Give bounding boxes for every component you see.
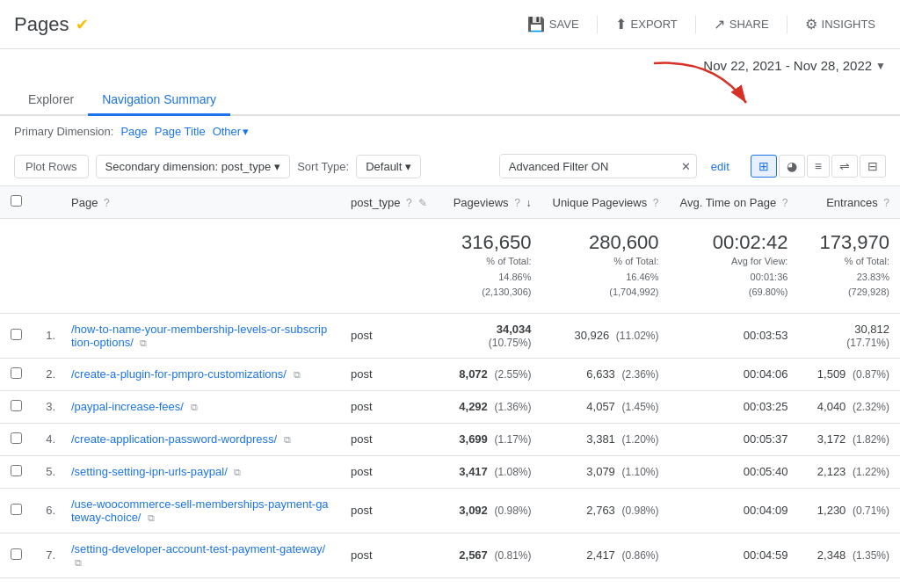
- page-link[interactable]: /use-woocommerce-sell-memberships-paymen…: [71, 497, 329, 524]
- row-checkbox[interactable]: [11, 504, 22, 515]
- copy-icon[interactable]: ⧉: [75, 557, 82, 568]
- list-view-button[interactable]: ≡: [807, 155, 830, 178]
- row-entrances: 2,123 (1.22%): [798, 455, 900, 488]
- row-unique-pageviews: 2,417 (0.86%): [542, 533, 670, 577]
- help-icon: ?: [883, 197, 889, 209]
- date-range[interactable]: Nov 22, 2021 - Nov 28, 2022 ▼: [703, 58, 886, 73]
- page-link[interactable]: /create-application-password-wordpress/: [71, 432, 277, 446]
- row-page: /create-application-password-wordpress/ …: [61, 423, 340, 455]
- page-link[interactable]: /how-to-name-your-membership-levels-or-s…: [71, 323, 327, 349]
- row-checkbox[interactable]: [11, 400, 22, 411]
- row-pageviews: 2,567 (0.81%): [438, 533, 541, 577]
- page-link[interactable]: /create-a-plugin-for-pmpro-customization…: [71, 367, 287, 381]
- page-link[interactable]: /setting-setting-ipn-urls-paypal/: [71, 465, 228, 478]
- row-checkbox[interactable]: [11, 432, 22, 444]
- row-post-type: post: [340, 423, 438, 455]
- filter-box: ✕: [499, 154, 697, 178]
- tabs-bar: Explorer Navigation Summary: [0, 85, 900, 116]
- table-header-row: Page ? post_type ? ✎ Pageviews ? ↓ Uniqu…: [0, 186, 900, 219]
- row-entrances: 3,172 (1.82%): [798, 423, 900, 455]
- table-row: 4. /create-application-password-wordpres…: [0, 423, 900, 455]
- chevron-down-icon: ▾: [243, 125, 249, 138]
- comparison-view-button[interactable]: ⇌: [831, 155, 858, 178]
- header-left: Pages ✔: [14, 13, 89, 36]
- chevron-down-icon: ▾: [405, 160, 411, 173]
- filter-input[interactable]: [500, 156, 676, 178]
- page-title: Pages: [14, 13, 69, 36]
- insights-icon: ⚙: [805, 16, 817, 33]
- row-number: 6.: [33, 488, 61, 533]
- row-checkbox-cell: [0, 488, 33, 533]
- help-icon: ?: [406, 197, 412, 209]
- row-number: 3.: [33, 390, 61, 423]
- row-number: 2.: [33, 358, 61, 390]
- filter-edit-link[interactable]: edit: [704, 156, 737, 178]
- table-row: 6. /use-woocommerce-sell-memberships-pay…: [0, 488, 900, 533]
- row-pageviews: 3,092 (0.98%): [438, 488, 541, 533]
- row-pageviews: 3,417 (1.08%): [438, 455, 541, 488]
- share-button[interactable]: ↗ SHARE: [703, 11, 780, 38]
- copy-icon[interactable]: ⧉: [148, 512, 155, 523]
- dimension-other-dropdown[interactable]: Other ▾: [213, 125, 250, 138]
- dimension-page-title[interactable]: Page Title: [155, 125, 206, 138]
- row-checkbox-cell: [0, 390, 33, 423]
- export-button[interactable]: ⬆ EXPORT: [605, 11, 688, 38]
- copy-icon[interactable]: ⧉: [294, 369, 301, 380]
- view-toggle-buttons: ⊞ ◕ ≡ ⇌ ⊟: [751, 155, 886, 178]
- copy-icon[interactable]: ⧉: [140, 338, 147, 348]
- row-entrances: 2,348 (1.35%): [798, 533, 900, 577]
- row-number: 5.: [33, 455, 61, 488]
- row-avg-time: 00:04:59: [670, 533, 799, 577]
- filter-clear-button[interactable]: ✕: [676, 155, 696, 178]
- row-number: 4.: [33, 423, 61, 455]
- row-checkbox-cell: [0, 533, 33, 577]
- row-page: /setting-setting-ipn-urls-paypal/ ⧉: [61, 455, 340, 488]
- page-link[interactable]: /setting-developer-account-test-payment-…: [71, 542, 325, 555]
- row-checkbox[interactable]: [11, 329, 22, 340]
- row-unique-pageviews: 4,057 (1.45%): [542, 390, 670, 423]
- row-unique-pageviews: 30,926 (11.02%): [542, 313, 670, 358]
- row-unique-pageviews: 6,633 (2.36%): [542, 358, 670, 390]
- help-icon: ?: [514, 197, 520, 209]
- insights-button[interactable]: ⚙ INSIGHTS: [795, 11, 886, 38]
- row-post-type: post: [340, 533, 438, 577]
- header-post-type: post_type ? ✎: [340, 186, 438, 219]
- divider: [597, 16, 598, 33]
- row-checkbox[interactable]: [11, 548, 22, 560]
- close-icon: ✕: [681, 160, 691, 173]
- grid-view-button[interactable]: ⊞: [751, 155, 777, 178]
- save-button[interactable]: 💾 SAVE: [517, 11, 590, 38]
- page-link[interactable]: /paypal-increase-fees/: [71, 400, 184, 413]
- row-avg-time: 00:05:37: [670, 423, 799, 455]
- row-entrances: 1,230 (0.71%): [798, 488, 900, 533]
- row-checkbox[interactable]: [11, 367, 22, 379]
- row-unique-pageviews: 3,079 (1.10%): [542, 455, 670, 488]
- sort-desc-icon: ↓: [526, 197, 532, 209]
- copy-icon[interactable]: ⧉: [191, 402, 198, 412]
- select-all-checkbox[interactable]: [11, 195, 22, 207]
- pie-view-button[interactable]: ◕: [779, 155, 805, 178]
- row-entrances: 1,509 (0.87%): [798, 358, 900, 390]
- row-checkbox-cell: [0, 455, 33, 488]
- row-page: /use-woocommerce-sell-memberships-paymen…: [61, 488, 340, 533]
- secondary-dimension-button[interactable]: Secondary dimension: post_type ▾: [96, 155, 291, 178]
- sort-type-dropdown[interactable]: Default ▾: [356, 155, 421, 178]
- header: Pages ✔ 💾 SAVE ⬆ EXPORT ↗ SHARE ⚙ INSIGH…: [0, 0, 900, 49]
- tab-explorer[interactable]: Explorer: [14, 85, 88, 116]
- verified-icon: ✔: [76, 15, 89, 34]
- row-checkbox-cell: [0, 423, 33, 455]
- copy-icon[interactable]: ⧉: [234, 467, 241, 477]
- copy-icon[interactable]: ⧉: [284, 434, 291, 445]
- pivot-view-button[interactable]: ⊟: [860, 155, 886, 178]
- plot-rows-button[interactable]: Plot Rows: [14, 155, 89, 178]
- row-checkbox[interactable]: [11, 465, 22, 476]
- edit-column-icon[interactable]: ✎: [418, 197, 427, 209]
- summary-pageviews: 316,650 % of Total: 14.86% (2,130,306): [438, 219, 541, 314]
- row-number: 7.: [33, 533, 61, 577]
- dimension-page[interactable]: Page: [120, 125, 147, 138]
- row-post-type: post: [340, 313, 438, 358]
- header-page: Page ?: [61, 186, 340, 219]
- tab-navigation-summary[interactable]: Navigation Summary: [88, 85, 230, 116]
- summary-entrances: 173,970 % of Total: 23.83% (729,928): [798, 219, 900, 314]
- date-range-bar: Nov 22, 2021 - Nov 28, 2022 ▼: [0, 49, 900, 82]
